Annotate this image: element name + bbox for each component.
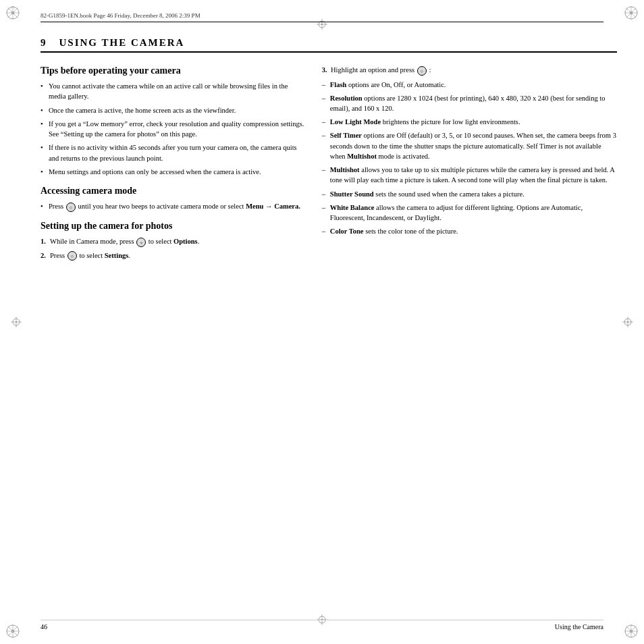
page: 82-G1859-1EN.book Page 46 Friday, Decemb…	[0, 0, 644, 644]
options-button-icon: ▿	[136, 238, 146, 247]
step3-number: 3.	[322, 66, 327, 74]
crosshair-left-icon	[11, 317, 22, 327]
list-item: Low Light Mode brightens the picture for…	[322, 117, 617, 127]
list-item: Flash options are On, Off, or Automatic.	[322, 80, 617, 90]
ok-button-icon: ○	[66, 203, 76, 212]
svg-point-41	[627, 321, 628, 323]
options-dash-list: Flash options are On, Off, or Automatic.…	[322, 80, 617, 237]
option-term: White Balance	[330, 204, 375, 211]
option-term: Shutter Sound	[330, 190, 374, 198]
list-item: 2. Press ○ to select Settings.	[41, 250, 306, 261]
ok-button-icon2: ○	[68, 251, 77, 261]
option-term: Flash	[330, 81, 347, 88]
main-content: 9 Using the Camera Tips before operating…	[41, 37, 617, 607]
svg-point-37	[16, 321, 17, 323]
option-term: Self Timer	[330, 132, 362, 139]
list-item: 1. While in Camera mode, press ▿ to sele…	[41, 236, 306, 247]
svg-line-7	[11, 6, 13, 9]
chapter-heading: 9 Using the Camera	[41, 37, 617, 53]
list-item: Multishot allows you to take up to six m…	[322, 165, 617, 185]
settings-label: Settings	[105, 252, 129, 259]
svg-line-6	[13, 6, 15, 9]
list-item: White Balance allows the camera to adjus…	[322, 203, 617, 223]
page-number: 46	[41, 623, 47, 630]
option-term: Resolution	[330, 95, 363, 102]
list-item: Shutter Sound sets the sound used when t…	[322, 189, 617, 199]
step-number: 1.	[41, 236, 46, 246]
sunburst-bl-icon	[5, 624, 20, 639]
list-item: Menu settings and options can only be ac…	[41, 167, 306, 177]
step3-intro: 3. Highlight an option and press ○ :	[322, 65, 617, 76]
list-item: You cannot activate the camera while on …	[41, 81, 306, 101]
list-item: If you get a “Low memory” error, check y…	[41, 119, 306, 139]
list-item: Color Tone sets the color tone of the pi…	[322, 226, 617, 236]
option-term: Low Light Mode	[330, 118, 381, 126]
tips-bullet-list: You cannot activate the camera while on …	[41, 81, 306, 177]
list-item: Press ○ until you hear two beeps to acti…	[41, 201, 306, 212]
step-number: 2.	[41, 250, 46, 261]
chapter-title: Using the Camera	[59, 37, 185, 48]
menu-label: Menu → Camera.	[246, 203, 300, 210]
list-item: Once the camera is active, the home scre…	[41, 105, 306, 115]
page-footer: 46 Using the Camera	[41, 620, 603, 630]
accessing-bullet-list: Press ○ until you hear two beeps to acti…	[41, 201, 306, 212]
list-item: Self Timer options are Off (default) or …	[322, 130, 617, 161]
right-column: 3. Highlight an option and press ○ : Fla…	[322, 65, 617, 601]
svg-point-29	[321, 24, 323, 25]
options-label: Options	[173, 238, 198, 245]
left-column: Tips before operating your camera You ca…	[41, 65, 306, 601]
section-setup-title: Setting up the camera for photos	[41, 220, 306, 232]
two-column-layout: Tips before operating your camera You ca…	[41, 65, 617, 601]
crosshair-right-icon	[622, 317, 633, 327]
book-header: 82-G1859-1EN.book Page 46 Friday, Decemb…	[41, 12, 603, 22]
multishot-ref: Multishot	[347, 153, 377, 160]
section-tips-title: Tips before operating your camera	[41, 65, 306, 77]
chapter-number: 9	[41, 37, 47, 48]
book-info: 82-G1859-1EN.book Page 46 Friday, Decemb…	[41, 12, 200, 19]
option-term: Multishot	[330, 166, 360, 173]
sunburst-tr-icon	[624, 5, 639, 20]
option-term: Color Tone	[330, 227, 364, 235]
footer-section-title: Using the Camera	[555, 623, 603, 630]
sunburst-tl-icon	[5, 5, 20, 20]
section-accessing-title: Accessing camera mode	[41, 185, 306, 197]
list-item: Resolution options are 1280 x 1024 (best…	[322, 93, 617, 113]
setup-steps-list: 1. While in Camera mode, press ▿ to sele…	[41, 236, 306, 261]
list-item: If there is no activity within 45 second…	[41, 142, 306, 163]
ok-button-icon3: ○	[417, 66, 427, 76]
sunburst-br-icon	[624, 624, 639, 639]
